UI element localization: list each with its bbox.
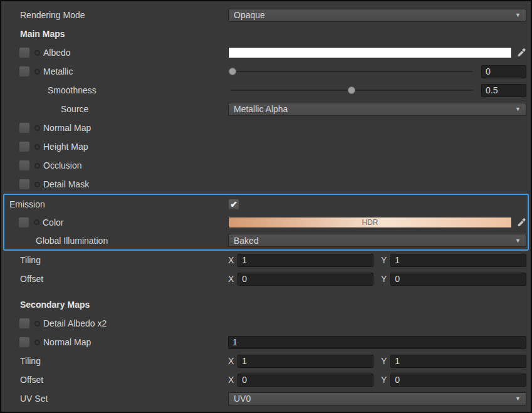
object-picker-icon[interactable] [34,163,40,169]
object-picker-icon[interactable] [34,182,40,187]
offset-x-input[interactable] [237,273,373,286]
detail-albedo-label-col: Detail Albedo x2 [1,318,228,329]
slider-handle[interactable] [229,68,236,75]
eyedropper-icon[interactable] [516,48,526,58]
detail-albedo-checkbox[interactable] [19,318,30,329]
tiling-label-col: Tiling [1,255,228,265]
secondary-tiling-label: Tiling [20,356,41,366]
detail-albedo-row: Detail Albedo x2 [1,314,531,333]
slider-track [230,71,473,72]
global-illumination-label-col: Global Illumination [4,236,228,246]
object-picker-icon[interactable] [34,50,40,56]
secondary-maps-header-col: Secondary Maps [1,300,228,310]
emission-highlight-box: Emission ✔ Color HDR [3,194,529,251]
metallic-slider[interactable] [228,65,475,78]
global-illumination-row: Global Illumination Baked ▼ [4,231,528,249]
emission-label: Emission [9,199,45,209]
albedo-label: Albedo [43,48,71,58]
height-map-label: Height Map [43,142,88,152]
emission-color-checkbox[interactable] [18,217,29,228]
emission-hdr-color-swatch[interactable]: HDR [228,217,512,228]
albedo-checkbox[interactable] [19,47,30,58]
hdr-badge: HDR [362,218,378,227]
x-axis-label: X [228,255,234,265]
smoothness-label: Smoothness [48,85,96,95]
y-axis-label: Y [381,375,387,385]
secondary-offset-y-input[interactable] [390,374,526,387]
smoothness-ctrl [228,84,531,97]
secondary-normal-map-ctrl [228,336,531,349]
secondary-normal-map-checkbox[interactable] [19,337,30,348]
object-picker-icon[interactable] [34,340,40,345]
secondary-tiling-x-input[interactable] [237,355,373,368]
object-picker-icon[interactable] [34,125,40,131]
rendering-mode-label: Rendering Mode [20,10,85,20]
rendering-mode-label-col: Rendering Mode [1,10,228,20]
detail-mask-label: Detail Mask [43,179,89,189]
albedo-color-swatch[interactable] [228,47,512,58]
height-map-checkbox[interactable] [19,141,30,152]
secondary-normal-map-value-input[interactable] [228,336,526,349]
global-illumination-dropdown[interactable]: Baked ▼ [228,234,526,247]
emission-checkbox[interactable]: ✔ [228,199,239,210]
metallic-ctrl [228,65,531,78]
source-label: Source [61,104,88,114]
rendering-mode-dropdown[interactable]: Opaque ▼ [228,9,526,22]
source-value: Metallic Alpha [234,104,288,114]
emission-color-label: Color [43,217,63,227]
smoothness-value-input[interactable] [481,84,526,97]
occlusion-checkbox[interactable] [19,160,30,171]
source-dropdown[interactable]: Metallic Alpha ▼ [228,103,526,116]
eyedropper-icon[interactable] [516,217,526,227]
chevron-down-icon: ▼ [511,12,521,18]
object-picker-icon[interactable] [34,219,39,225]
metallic-value-input[interactable] [481,65,526,78]
uv-set-value: UV0 [234,394,251,404]
emission-color-label-col: Color [4,217,228,228]
emission-row: Emission ✔ [4,195,528,213]
height-map-label-col: Height Map [1,141,228,152]
tiling-label: Tiling [20,255,41,265]
secondary-maps-header-row: Secondary Maps [1,295,531,314]
tiling-y-input[interactable] [390,254,526,267]
metallic-label: Metallic [43,66,73,76]
metallic-checkbox[interactable] [19,66,30,77]
rendering-mode-value: Opaque [234,10,265,20]
slider-handle[interactable] [348,86,355,94]
offset-y-input[interactable] [390,273,526,286]
emission-color-row: Color HDR [4,213,528,231]
main-maps-header: Main Maps [20,29,65,39]
offset-row: Offset X Y [1,269,531,288]
source-row: Source Metallic Alpha ▼ [1,100,531,118]
section-gap [1,288,531,295]
secondary-offset-x-input[interactable] [237,374,373,387]
secondary-tiling-y-input[interactable] [390,355,526,368]
object-picker-icon[interactable] [34,144,40,150]
object-picker-icon[interactable] [34,69,40,75]
main-maps-header-row: Main Maps [1,24,531,43]
normal-map-checkbox[interactable] [19,122,30,133]
uv-set-ctrl: UV0 ▼ [228,392,531,405]
secondary-normal-map-label-col: Normal Map [1,337,228,348]
detail-mask-label-col: Detail Mask [1,179,228,190]
source-ctrl: Metallic Alpha ▼ [228,103,531,116]
secondary-tiling-row: Tiling X Y [1,352,531,370]
x-axis-label: X [228,274,234,284]
albedo-ctrl [228,47,531,58]
albedo-row: Albedo [1,43,531,62]
emission-color-ctrl: HDR [228,217,528,228]
y-axis-label: Y [381,274,387,284]
tiling-x-input[interactable] [237,254,373,267]
global-illumination-label: Global Illumination [36,236,108,246]
secondary-offset-label: Offset [20,375,43,385]
smoothness-slider[interactable] [228,84,475,97]
global-illumination-value: Baked [234,236,259,246]
occlusion-label-col: Occlusion [1,160,228,171]
detail-mask-checkbox[interactable] [19,179,30,190]
uv-set-dropdown[interactable]: UV0 ▼ [228,392,526,405]
global-illumination-ctrl: Baked ▼ [228,234,528,247]
emission-label-col: Emission [4,199,228,209]
object-picker-icon[interactable] [34,321,40,327]
source-label-col: Source [1,104,228,114]
rendering-mode-ctrl: Opaque ▼ [228,9,531,22]
